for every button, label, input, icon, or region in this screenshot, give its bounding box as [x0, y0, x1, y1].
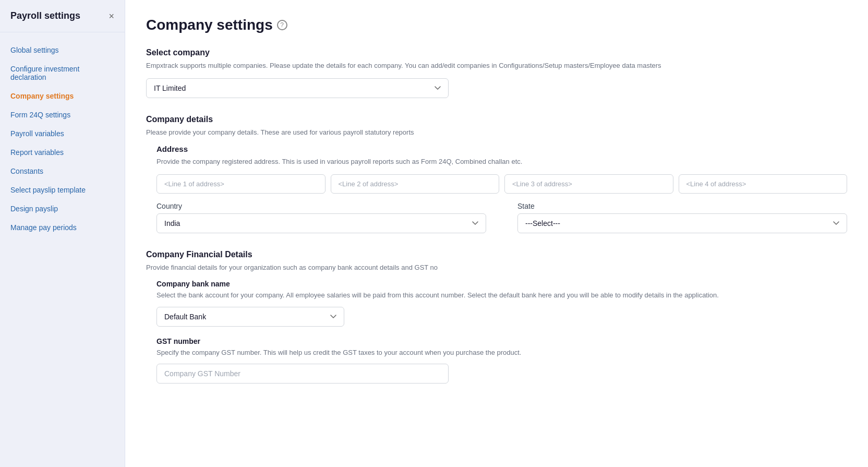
country-group: Country India [156, 202, 486, 233]
gst-title: GST number [156, 337, 847, 345]
sidebar-item-report-variables[interactable]: Report variables [0, 143, 125, 162]
sidebar-title: Payroll settings [10, 10, 80, 21]
sidebar-nav: Global settings Configure investment dec… [0, 41, 125, 237]
bank-select[interactable]: Default Bank [156, 307, 344, 327]
help-icon[interactable]: ? [277, 20, 287, 30]
financial-details-title: Company Financial Details [146, 250, 847, 259]
financial-details-desc: Provide financial details for your organ… [146, 262, 847, 273]
main-content: Company settings ? Select company Empxtr… [125, 0, 868, 467]
address-line4[interactable] [679, 174, 848, 194]
bank-name-desc: Select the bank account for your company… [156, 290, 847, 301]
sidebar-item-form-24q[interactable]: Form 24Q settings [0, 105, 125, 124]
sidebar-item-company-settings[interactable]: Company settings [0, 87, 125, 105]
sidebar-item-configure-investment[interactable]: Configure investment declaration [0, 59, 125, 87]
select-company-wrapper: IT Limited [146, 78, 449, 98]
country-state-row: Country India State ---Select--- [156, 202, 847, 233]
bank-select-wrapper: Default Bank [156, 307, 344, 327]
sidebar: Payroll settings × Global settings Confi… [0, 0, 125, 467]
state-select[interactable]: ---Select--- [517, 213, 847, 233]
sidebar-item-payslip-template[interactable]: Select payslip template [0, 181, 125, 199]
gst-input[interactable] [156, 364, 449, 384]
address-subsection: Address Provide the company registered a… [156, 145, 847, 233]
country-select[interactable]: India [156, 213, 486, 233]
company-details-section: Company details Please provide your comp… [146, 115, 847, 233]
sidebar-item-manage-pay-periods[interactable]: Manage pay periods [0, 218, 125, 237]
gst-subsection: GST number Specify the company GST numbe… [156, 337, 847, 384]
financial-details-section: Company Financial Details Provide financ… [146, 250, 847, 384]
sidebar-item-global-settings[interactable]: Global settings [0, 41, 125, 59]
address-line2[interactable] [331, 174, 500, 194]
select-company-title: Select company [146, 48, 847, 57]
address-desc: Provide the company registered address. … [156, 157, 847, 167]
address-line1[interactable] [156, 174, 326, 194]
company-details-desc: Please provide your company details. The… [146, 127, 847, 138]
sidebar-item-constants[interactable]: Constants [0, 162, 125, 181]
page-title: Company settings [146, 17, 273, 33]
sidebar-item-payroll-variables[interactable]: Payroll variables [0, 124, 125, 143]
state-label: State [517, 202, 847, 210]
select-company-desc: Empxtrack supports multiple companies. P… [146, 61, 847, 71]
address-line3[interactable] [504, 174, 673, 194]
sidebar-header: Payroll settings × [0, 10, 125, 32]
sidebar-item-design-payslip[interactable]: Design payslip [0, 199, 125, 218]
page-title-row: Company settings ? [146, 17, 847, 33]
gst-desc: Specify the company GST number. This wil… [156, 348, 847, 358]
address-title: Address [156, 145, 847, 153]
select-company-section: Select company Empxtrack supports multip… [146, 48, 847, 98]
bank-name-title: Company bank name [156, 280, 847, 288]
company-select[interactable]: IT Limited [146, 78, 449, 98]
country-label: Country [156, 202, 486, 210]
bank-name-subsection: Company bank name Select the bank accoun… [156, 280, 847, 384]
state-group: State ---Select--- [517, 202, 847, 233]
address-row [156, 174, 847, 194]
sidebar-close-button[interactable]: × [108, 11, 114, 21]
company-details-title: Company details [146, 115, 847, 124]
